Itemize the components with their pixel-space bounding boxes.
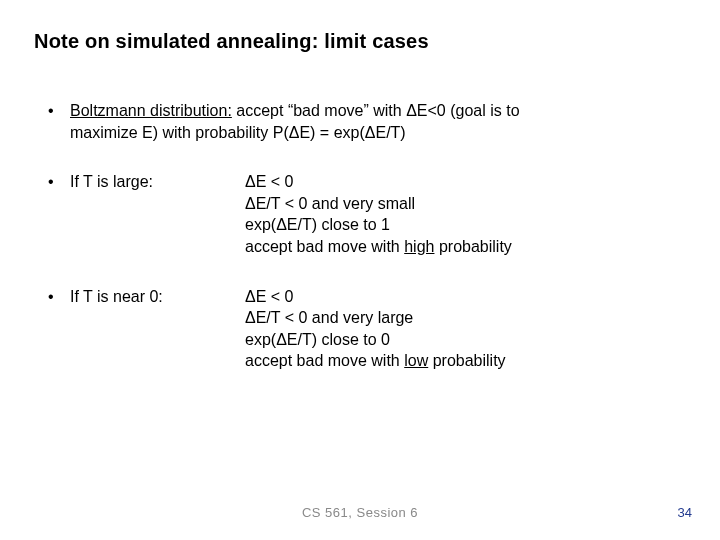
t-near-zero-detail: ΔE < 0 ΔE/T < 0 and very large exp(ΔE/T)… — [245, 286, 682, 372]
boltzmann-text-2: maximize E) with probability P(ΔE) = exp… — [70, 124, 406, 141]
page-number: 34 — [678, 505, 692, 520]
t-large-line-4a: accept bad move with — [245, 238, 404, 255]
footer-text: CS 561, Session 6 — [0, 505, 720, 520]
t-near-zero-line-4a: accept bad move with — [245, 352, 404, 369]
t-near-zero-line-2: ΔE/T < 0 and very large — [245, 309, 413, 326]
slide: Note on simulated annealing: limit cases… — [0, 0, 720, 540]
t-near-zero-line-1: ΔE < 0 — [245, 288, 294, 305]
boltzmann-text-1: accept “bad move” with ΔE<0 (goal is to — [232, 102, 520, 119]
slide-body: Boltzmann distribution: accept “bad move… — [42, 100, 682, 400]
t-near-zero-label: If T is near 0: — [70, 286, 245, 308]
boltzmann-term: Boltzmann distribution: — [70, 102, 232, 119]
t-near-zero-line-4b: probability — [428, 352, 505, 369]
title-underline-stripes — [53, 60, 720, 82]
t-large-detail: ΔE < 0 ΔE/T < 0 and very small exp(ΔE/T)… — [245, 171, 682, 257]
t-large-line-2: ΔE/T < 0 and very small — [245, 195, 415, 212]
slide-title: Note on simulated annealing: limit cases — [34, 30, 429, 53]
t-large-label: If T is large: — [70, 171, 245, 193]
t-near-zero-line-3: exp(ΔE/T) close to 0 — [245, 331, 390, 348]
bullet-t-near-zero: If T is near 0: ΔE < 0 ΔE/T < 0 and very… — [42, 286, 682, 372]
bullet-boltzmann: Boltzmann distribution: accept “bad move… — [42, 100, 682, 143]
t-large-line-3: exp(ΔE/T) close to 1 — [245, 216, 390, 233]
bullet-t-large: If T is large: ΔE < 0 ΔE/T < 0 and very … — [42, 171, 682, 257]
t-large-highlight: high — [404, 238, 434, 255]
t-large-line-4b: probability — [434, 238, 511, 255]
t-near-zero-highlight: low — [404, 352, 428, 369]
t-large-line-1: ΔE < 0 — [245, 173, 294, 190]
